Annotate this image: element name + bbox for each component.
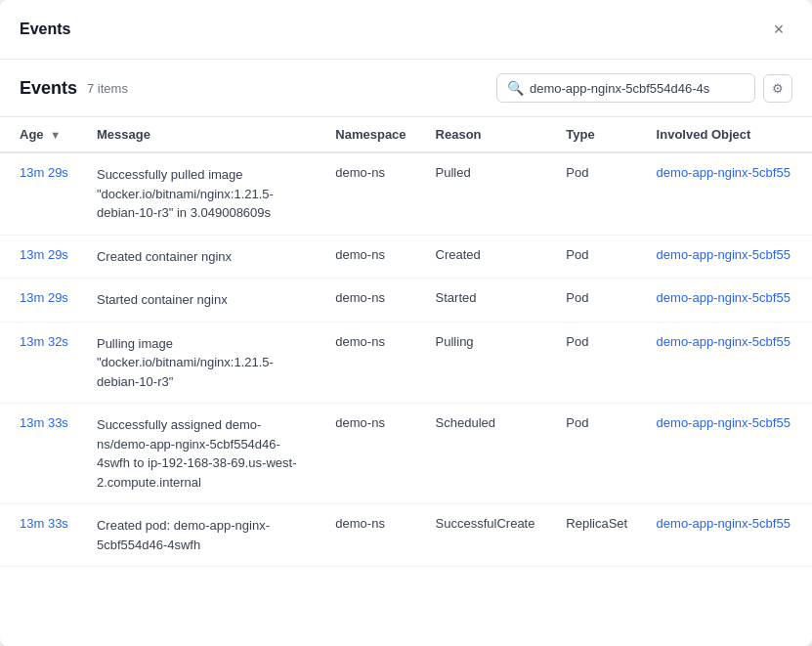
cell-involved-object: demo-app-nginx-5cbf55 [645,152,812,235]
cell-message: Successfully pulled image "docker.io/bit… [85,152,323,235]
table-row: 13m 33sSuccessfully assigned demo-ns/dem… [0,404,812,504]
table-row: 13m 32sPulling image "docker.io/bitnami/… [0,322,812,404]
search-box: 🔍 [496,73,755,103]
table-row: 13m 29sCreated container nginxdemo-nsCre… [0,235,812,279]
cell-namespace: demo-ns [323,235,423,279]
table-row: 13m 29sSuccessfully pulled image "docker… [0,152,812,235]
table-header-row: Age ▼ Message Namespace Reason Type [0,117,812,153]
search-icon: 🔍 [507,80,524,96]
col-message: Message [85,117,323,153]
close-button[interactable]: × [765,16,792,43]
cell-age: 13m 33s [0,504,85,567]
cell-age: 13m 29s [0,235,85,279]
cell-type: Pod [554,235,644,279]
sort-icon-age: ▼ [50,129,61,141]
col-reason: Reason [424,117,555,153]
cell-age: 13m 32s [0,322,85,404]
events-title-row: Events 7 items [20,78,128,99]
cell-type: Pod [554,404,644,504]
cell-type: Pod [554,152,644,235]
items-count-badge: 7 items [87,81,128,96]
cell-reason: Pulled [424,152,555,235]
cell-age: 13m 29s [0,152,85,235]
cell-involved-object: demo-app-nginx-5cbf55 [645,504,812,567]
cell-message: Created container nginx [85,235,323,279]
cell-type: Pod [554,279,644,323]
cell-reason: SuccessfulCreate [424,504,555,567]
age-link[interactable]: 13m 32s [20,334,68,349]
events-toolbar: Events 7 items 🔍 ⚙ [0,60,812,116]
cell-reason: Pulling [424,322,555,404]
cell-type: ReplicaSet [554,504,644,567]
age-link[interactable]: 13m 33s [20,415,68,430]
cell-namespace: demo-ns [323,404,423,504]
cell-namespace: demo-ns [323,322,423,404]
cell-reason: Started [424,279,555,323]
cell-namespace: demo-ns [323,279,423,323]
col-type: Type [554,117,644,153]
cell-reason: Scheduled [424,404,555,504]
cell-age: 13m 29s [0,279,85,323]
cell-age: 13m 33s [0,404,85,504]
search-settings-row: 🔍 ⚙ [496,73,792,103]
cell-involved-object: demo-app-nginx-5cbf55 [645,404,812,504]
events-table: Age ▼ Message Namespace Reason Type [0,116,812,567]
cell-namespace: demo-ns [323,504,423,567]
col-involved-object: Involved Object [645,117,812,153]
cell-involved-object: demo-app-nginx-5cbf55 [645,235,812,279]
cell-namespace: demo-ns [323,152,423,235]
cell-message: Created pod: demo-app-nginx-5cbf554d46-4… [85,504,323,567]
cell-message: Started container nginx [85,279,323,323]
col-namespace: Namespace [323,117,423,153]
gear-icon: ⚙ [772,81,784,96]
search-input[interactable] [530,81,745,96]
cell-type: Pod [554,322,644,404]
table-body: 13m 29sSuccessfully pulled image "docker… [0,152,812,567]
settings-button[interactable]: ⚙ [763,74,792,103]
cell-message: Pulling image "docker.io/bitnami/nginx:1… [85,322,323,404]
events-modal: Events × Events 7 items 🔍 ⚙ Age ▼ [0,0,812,646]
cell-involved-object: demo-app-nginx-5cbf55 [645,322,812,404]
modal-title: Events [20,21,70,38]
age-link[interactable]: 13m 29s [20,247,68,262]
age-link[interactable]: 13m 33s [20,516,68,531]
modal-header: Events × [0,0,812,60]
events-heading: Events [20,78,77,99]
cell-message: Successfully assigned demo-ns/demo-app-n… [85,404,323,504]
age-link[interactable]: 13m 29s [20,290,68,305]
events-table-container: Age ▼ Message Namespace Reason Type [0,116,812,567]
col-age: Age ▼ [0,117,85,153]
cell-reason: Created [424,235,555,279]
cell-involved-object: demo-app-nginx-5cbf55 [645,279,812,323]
table-row: 13m 33sCreated pod: demo-app-nginx-5cbf5… [0,504,812,567]
table-row: 13m 29sStarted container nginxdemo-nsSta… [0,279,812,323]
age-link[interactable]: 13m 29s [20,165,68,180]
